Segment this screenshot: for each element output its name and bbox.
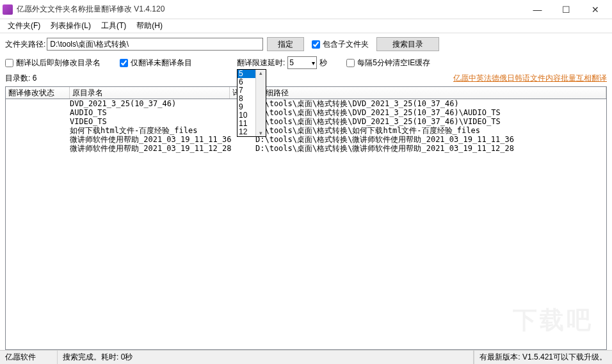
watermark: 下载吧 [513, 304, 593, 336]
cell-orig: 微讲师软件使用帮助_2021_03_19_11_12_28 [70, 144, 230, 153]
scroll-down-icon[interactable]: ▾ [259, 130, 262, 136]
path-input[interactable] [47, 38, 263, 51]
delay-option[interactable]: 12 [238, 128, 255, 136]
menu-bar: 文件夹(F) 列表操作(L) 工具(T) 帮助(H) [0, 19, 612, 33]
cell-detail: D:\tools\桌面\格式转换\如何下载html文件-百度经验_files [255, 126, 606, 135]
cell-orig: DVD_2021_3_25(10_37_46) [70, 99, 230, 108]
status-right: 有最新版本: V1.5.421可以下载升级。 [474, 351, 612, 364]
cell-detail: D:\tools\桌面\格式转换\微讲师软件使用帮助_2021_03_19_11… [255, 144, 606, 153]
dropdown-scrollbar[interactable]: ▴ ▾ [255, 70, 266, 136]
cell-orig: 如何下载html文件-百度经验_files [70, 126, 230, 135]
immediate-modify-label: 翻译以后即刻修改目录名 [16, 58, 101, 68]
cell-detail: D:\tools\桌面\格式转换\DVD_2021_3_25(10_37_46) [255, 99, 606, 108]
minimize-button[interactable]: — [523, 1, 552, 19]
cell-orig: VIDEO_TS [70, 117, 230, 126]
status-left: 亿愿软件 [0, 351, 58, 364]
maximize-button[interactable]: ☐ [552, 1, 581, 19]
delay-select[interactable]: 5 ▾ [287, 56, 317, 69]
scroll-up-icon[interactable]: ▴ [259, 70, 262, 76]
list-header: 翻译修改状态 原目录名 译文 详细路径 [5, 86, 607, 99]
include-subfolders-checkbox[interactable] [312, 40, 320, 49]
cell-trans [230, 144, 255, 153]
col-detail[interactable]: 详细路径 [255, 87, 606, 99]
app-icon [3, 4, 13, 15]
cell-detail: D:\tools\桌面\格式转换\DVD_2021_3_25(10_37_46)… [255, 117, 606, 126]
cell-detail: D:\tools\桌面\格式转换\微讲师软件使用帮助_2021_03_19_11… [255, 135, 606, 144]
menu-tools[interactable]: 工具(T) [96, 19, 131, 33]
status-mid: 搜索完成。耗时: 0秒 [58, 351, 474, 364]
delay-dropdown: 56789101112 ▴ ▾ [237, 69, 266, 137]
cell-status [6, 144, 70, 153]
count-value: 6 [33, 74, 37, 83]
delay-value: 5 [289, 58, 294, 67]
cell-status [6, 108, 70, 117]
title-bar: 亿愿外文文件夹名称批量翻译修改 V1.4.120 — ☐ ✕ [0, 0, 612, 19]
window-title: 亿愿外文文件夹名称批量翻译修改 V1.4.120 [17, 4, 523, 15]
cell-orig: AUDIO_TS [70, 108, 230, 117]
path-label: 文件夹路径: [5, 39, 45, 50]
menu-help[interactable]: 帮助(H) [131, 19, 168, 33]
assign-button[interactable]: 指定 [267, 37, 304, 51]
only-untranslated-label: 仅翻译未翻译条目 [131, 58, 192, 68]
promo-link[interactable]: 亿愿中英法德俄日韩语文件内容批量互相翻译 [453, 73, 607, 84]
delay-unit: 秒 [319, 58, 327, 68]
menu-list-ops[interactable]: 列表操作(L) [45, 19, 96, 33]
only-untranslated-checkbox[interactable] [120, 59, 128, 67]
cell-status [6, 99, 70, 108]
cell-orig: 微讲师软件使用帮助_2021_03_19_11_11_36 [70, 135, 230, 144]
delay-label: 翻译限速延时: [237, 58, 285, 68]
options-row: 翻译以后即刻修改目录名 仅翻译未翻译条目 翻译限速延时: 5 ▾ 秒 56789… [0, 54, 612, 72]
table-row[interactable]: AUDIO_TSD:\tools\桌面\格式转换\DVD_2021_3_25(1… [6, 108, 606, 117]
table-row[interactable]: VIDEO_TSD:\tools\桌面\格式转换\DVD_2021_3_25(1… [6, 117, 606, 126]
immediate-modify-checkbox[interactable] [5, 59, 13, 67]
status-bar: 亿愿软件 搜索完成。耗时: 0秒 有最新版本: V1.5.421可以下载升级。 [0, 350, 612, 364]
table-row[interactable]: 如何下载html文件-百度经验_filesD:\tools\桌面\格式转换\如何… [6, 126, 606, 135]
include-subfolders-label: 包含子文件夹 [323, 39, 369, 50]
count-label: 目录数: [5, 74, 30, 83]
col-orig[interactable]: 原目录名 [70, 87, 230, 99]
clear-ie-checkbox[interactable] [346, 59, 355, 67]
table-row[interactable]: DVD_2021_3_25(10_37_46)D:\tools\桌面\格式转换\… [6, 99, 606, 108]
cell-detail: D:\tools\桌面\格式转换\DVD_2021_3_25(10_37_46)… [255, 108, 606, 117]
search-dir-button[interactable]: 搜索目录 [376, 37, 439, 51]
cell-status [6, 126, 70, 135]
cell-status [6, 117, 70, 126]
clear-ie-label: 每隔5分钟清空IE缓存 [357, 58, 430, 68]
table-row[interactable]: 微讲师软件使用帮助_2021_03_19_11_12_28D:\tools\桌面… [6, 144, 606, 153]
menu-folder[interactable]: 文件夹(F) [3, 19, 45, 33]
path-toolbar: 文件夹路径: 指定 包含子文件夹 搜索目录 [0, 33, 612, 54]
close-button[interactable]: ✕ [581, 1, 609, 19]
col-status[interactable]: 翻译修改状态 [6, 87, 70, 99]
count-row: 目录数: 6 亿愿中英法德俄日韩语文件内容批量互相翻译 [0, 72, 612, 86]
cell-status [6, 135, 70, 144]
list-body[interactable]: DVD_2021_3_25(10_37_46)D:\tools\桌面\格式转换\… [5, 99, 607, 350]
dropdown-arrow-icon: ▾ [312, 59, 315, 67]
table-row[interactable]: 微讲师软件使用帮助_2021_03_19_11_11_36D:\tools\桌面… [6, 135, 606, 144]
